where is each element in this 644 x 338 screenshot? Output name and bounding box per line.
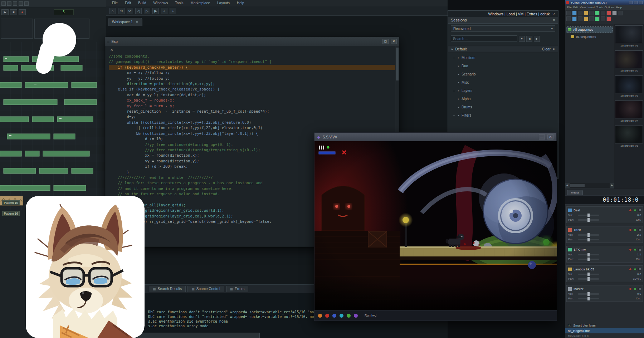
scroll-left-icon[interactable]: ◀ bbox=[565, 183, 570, 188]
menu-item[interactable]: File bbox=[109, 0, 121, 6]
track-mute-button[interactable] bbox=[629, 268, 632, 271]
thumbnail-image[interactable] bbox=[615, 25, 643, 43]
stop-button[interactable]: ■ bbox=[10, 9, 17, 15]
track-header[interactable]: Beat Vol: 0.0 Pan: Cnt. bbox=[566, 206, 643, 223]
preset-dropdown[interactable]: Recovered ▾ bbox=[451, 25, 555, 32]
pan-slider[interactable] bbox=[578, 278, 599, 280]
tree-item[interactable]: ▸ Misc bbox=[448, 78, 558, 87]
track-header[interactable]: SFX mw Vol: -1.5 Pan: Cnt. bbox=[566, 246, 643, 263]
toolbar-icon[interactable] bbox=[595, 16, 600, 21]
toolbar-icon[interactable] bbox=[584, 16, 588, 21]
link-bar-text[interactable]: Windows | Load | VM | Extras | ddruk bbox=[488, 12, 550, 16]
track-fx-button[interactable] bbox=[638, 268, 641, 271]
run-icon[interactable]: ▶ bbox=[152, 8, 159, 14]
fl-toolbar-icon[interactable] bbox=[24, 1, 29, 6]
track-solo-button[interactable] bbox=[634, 229, 636, 231]
video-menubar[interactable]: File Edit View Insert Tools Options Help bbox=[565, 5, 644, 10]
toolbar-icon[interactable] bbox=[606, 11, 611, 15]
track-header[interactable]: Trust Vol: -2.2 Pan: Cnt. bbox=[566, 226, 643, 243]
next-button[interactable]: ▶ bbox=[534, 36, 540, 42]
fl-channel-panel[interactable] bbox=[1, 19, 33, 39]
menu-item[interactable]: Tools bbox=[172, 0, 186, 6]
close-button[interactable]: ✕ bbox=[547, 134, 553, 139]
media-thumbnail[interactable]: 1d preview 03 bbox=[615, 75, 644, 97]
minimize-button[interactable]: — bbox=[539, 134, 545, 139]
track-solo-button[interactable] bbox=[634, 248, 636, 251]
back-icon[interactable]: ◁ bbox=[135, 8, 142, 14]
thumbnail-image[interactable] bbox=[615, 50, 643, 68]
volume-slider[interactable] bbox=[578, 274, 599, 275]
chevron-down-icon[interactable]: ▾ bbox=[519, 36, 525, 42]
prev-button[interactable]: ◀ bbox=[526, 36, 532, 42]
minimize-button[interactable] bbox=[629, 1, 633, 4]
track-solo-button[interactable] bbox=[634, 288, 636, 290]
statusbar-icon[interactable] bbox=[340, 314, 343, 318]
pattern-label[interactable]: Pattern 16 bbox=[2, 211, 20, 216]
menu-item[interactable]: Help bbox=[234, 0, 248, 6]
menu-item[interactable]: Marketplace bbox=[187, 0, 213, 6]
track-fx-button[interactable] bbox=[638, 209, 641, 212]
pan-slider[interactable] bbox=[578, 219, 599, 221]
checkbox-checked-icon[interactable]: ✓ bbox=[568, 324, 571, 327]
media-thumbnail[interactable]: 1d preview 04 bbox=[615, 101, 644, 122]
media-thumbnail[interactable]: 1d preview 05 bbox=[615, 126, 644, 147]
bin-item-child[interactable]: 01 sequences bbox=[571, 34, 613, 39]
menu-item[interactable]: Windows bbox=[150, 0, 171, 6]
toolbar-icon[interactable] bbox=[578, 11, 582, 15]
volume-slider[interactable] bbox=[578, 254, 599, 255]
game-viewport[interactable] bbox=[314, 141, 557, 311]
fl-toolbar-icon[interactable] bbox=[19, 1, 23, 6]
forward-icon[interactable]: ▷ bbox=[144, 8, 150, 14]
bin-item-selected[interactable]: All sequences bbox=[566, 27, 613, 33]
code-window-titlebar[interactable]: – Exp ▢ ✕ bbox=[105, 37, 399, 46]
option-row-selected[interactable]: no_RegenTime bbox=[565, 328, 644, 333]
refresh-icon[interactable]: ⟳ bbox=[552, 12, 555, 16]
fl-toolbar-icon[interactable] bbox=[7, 1, 11, 6]
statusbar-icon[interactable] bbox=[354, 314, 358, 318]
thumbnail-image[interactable] bbox=[615, 75, 643, 93]
media-thumbnail[interactable]: 1d preview 01 bbox=[615, 25, 644, 47]
fl-toolbar-icon[interactable] bbox=[13, 1, 17, 6]
pan-slider[interactable] bbox=[578, 259, 599, 260]
track-header[interactable]: Lambda trk 03 Vol: 0.0 Pan: 10% L bbox=[566, 265, 643, 282]
track-fx-button[interactable] bbox=[638, 288, 641, 290]
toolbar-icon[interactable] bbox=[606, 16, 611, 21]
pan-slider[interactable] bbox=[578, 298, 599, 299]
timecode-option-row[interactable]: Timecode: 0 X 0 bbox=[565, 333, 644, 338]
track-mute-button[interactable] bbox=[629, 229, 632, 231]
bottom-tab[interactable]: ▦ Source Control bbox=[187, 286, 224, 292]
track-mute-button[interactable] bbox=[629, 288, 632, 290]
thumbnail-image[interactable] bbox=[615, 126, 643, 143]
add-icon[interactable]: ＋ bbox=[170, 8, 176, 14]
volume-slider[interactable] bbox=[578, 234, 599, 236]
menu-item[interactable]: Build bbox=[135, 0, 149, 6]
toolbar-icon[interactable] bbox=[566, 11, 571, 15]
track-fx-button[interactable] bbox=[638, 248, 641, 251]
close-icon[interactable]: ✕ bbox=[552, 18, 555, 22]
volume-slider[interactable] bbox=[578, 215, 599, 216]
home-icon[interactable]: ⌂ bbox=[109, 8, 116, 14]
tree-item[interactable]: ▸ Alpha bbox=[448, 95, 558, 103]
track-solo-button[interactable] bbox=[634, 268, 636, 271]
clear-button[interactable]: Clear bbox=[542, 47, 551, 51]
toolbar-icon[interactable] bbox=[618, 11, 623, 15]
video-titlebar[interactable]: TCMUT Ark Crash Task DET bbox=[565, 0, 644, 5]
track-mute-button[interactable] bbox=[629, 248, 632, 251]
toolbar-icon[interactable] bbox=[566, 16, 571, 21]
statusbar-icon[interactable] bbox=[318, 314, 322, 318]
toolbar-icon[interactable] bbox=[578, 16, 582, 21]
track-mute-button[interactable] bbox=[629, 209, 632, 212]
undo-icon[interactable]: ⟲ bbox=[118, 8, 125, 14]
search-icon[interactable]: ⌕ bbox=[161, 8, 167, 14]
toolbar-icon[interactable] bbox=[595, 11, 600, 15]
close-icon[interactable]: ✕ bbox=[136, 20, 138, 24]
tree-item[interactable]: – ▸ Monitors bbox=[448, 54, 558, 62]
toolbar-icon[interactable] bbox=[572, 16, 577, 21]
tab-media[interactable]: Media bbox=[567, 190, 583, 195]
statusbar-icon[interactable] bbox=[332, 314, 336, 318]
tree-item[interactable]: ▸ Scenario bbox=[448, 70, 558, 78]
fl-toolbar-icon[interactable] bbox=[1, 1, 6, 6]
workspace-tab[interactable]: Workspace 1 ✕ bbox=[108, 18, 142, 26]
thumbnail-image[interactable] bbox=[615, 101, 643, 118]
toolbar-icon[interactable] bbox=[612, 11, 617, 15]
